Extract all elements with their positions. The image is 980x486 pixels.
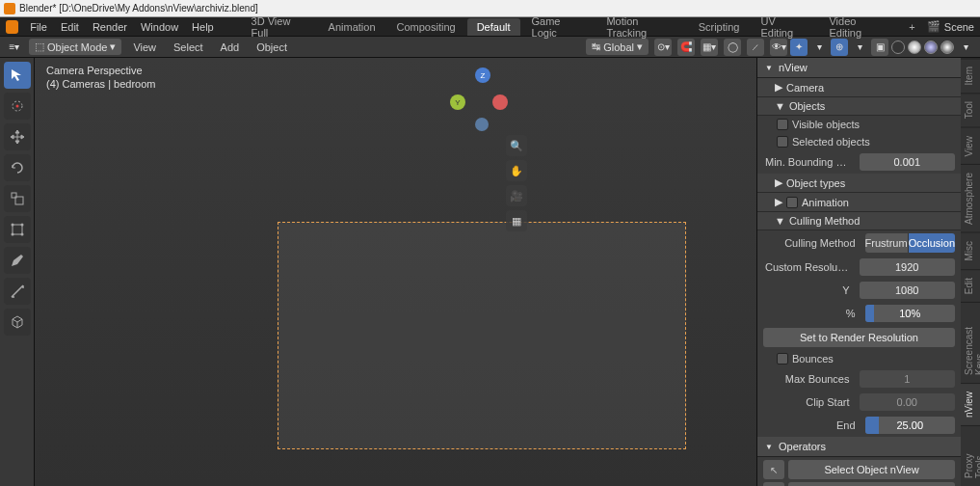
field-max-bounces[interactable]: 1: [860, 370, 956, 388]
field-res-x[interactable]: 1920: [860, 258, 956, 276]
btn-set-render-res[interactable]: Set to Render Resolution: [763, 328, 955, 347]
top-menubar: File Edit Render Window Help 3D View Ful…: [0, 17, 980, 37]
header-object[interactable]: Object: [251, 40, 293, 55]
section-object-types[interactable]: ▶Object types: [757, 174, 961, 193]
tool-add-cube[interactable]: [4, 309, 31, 336]
overlays-options-icon[interactable]: ▾: [851, 39, 868, 56]
object-visibility-icon[interactable]: 👁▾: [770, 39, 787, 56]
field-res-y[interactable]: 1080: [860, 282, 956, 299]
window-title: Blender* [D:\OneDrive\My Addons\nView\ar…: [19, 3, 258, 14]
shading-matprev-icon[interactable]: [924, 40, 938, 54]
tool-measure[interactable]: [4, 278, 31, 305]
axis-x-icon[interactable]: [492, 94, 508, 110]
seg-occlusion[interactable]: Occlusion: [909, 233, 955, 253]
workspace-animation[interactable]: Animation: [319, 18, 385, 36]
zoom-icon[interactable]: 🔍: [506, 135, 527, 156]
section-objects[interactable]: ▼Objects: [757, 97, 961, 116]
workspace-add[interactable]: +: [899, 18, 924, 36]
shading-rendered-icon[interactable]: [940, 40, 954, 54]
panel-nview-header[interactable]: ▼nView: [757, 58, 961, 78]
shading-options-icon[interactable]: ▾: [957, 39, 974, 56]
svg-point-5: [11, 224, 13, 227]
vtab-edit[interactable]: Edit: [961, 269, 980, 302]
vtab-tool[interactable]: Tool: [961, 93, 980, 126]
workspace-gamelogic[interactable]: Game Logic: [522, 13, 596, 41]
menu-render[interactable]: Render: [87, 19, 133, 35]
tool-select-box[interactable]: [4, 62, 31, 89]
btn-set-object-nview[interactable]: Set Object nView: [788, 482, 955, 486]
proportional-edit-icon[interactable]: ◯: [724, 39, 741, 56]
tool-rotate[interactable]: [4, 154, 31, 181]
svg-point-8: [20, 233, 23, 236]
tool-move[interactable]: [4, 123, 31, 150]
section-animation[interactable]: ▶Animation: [757, 193, 961, 212]
section-operators[interactable]: ▼Operators: [757, 437, 961, 457]
vtab-view[interactable]: View: [961, 127, 980, 165]
workspace-default[interactable]: Default: [467, 18, 520, 36]
svg-point-7: [11, 233, 13, 236]
section-culling-method[interactable]: ▼Culling Method: [757, 212, 961, 230]
vtab-screencast[interactable]: Screencast Keys: [961, 302, 980, 383]
menu-file[interactable]: File: [24, 19, 53, 35]
menu-help[interactable]: Help: [186, 19, 220, 35]
header-view[interactable]: View: [127, 40, 162, 55]
checkbox-visible-objects[interactable]: [777, 119, 788, 130]
slider-clip-end[interactable]: 25.00: [865, 417, 956, 434]
mode-dropdown[interactable]: ⬚ Object Mode ▾: [29, 39, 121, 55]
viewport-perspective-label: Camera Perspective: [46, 64, 156, 77]
scene-label[interactable]: Scene: [944, 21, 974, 33]
menu-edit[interactable]: Edit: [55, 19, 85, 35]
section-camera[interactable]: ▶Camera: [757, 78, 961, 97]
tool-transform[interactable]: [4, 216, 31, 243]
checkbox-bounces[interactable]: [777, 353, 788, 364]
gizmo-toggle-icon[interactable]: ✦: [790, 39, 808, 56]
checkbox-animation[interactable]: [786, 197, 798, 208]
workspace-scripting[interactable]: Scripting: [689, 18, 750, 36]
shading-wireframe-icon[interactable]: [891, 40, 905, 54]
snap-icon[interactable]: 🧲: [677, 39, 695, 56]
axis-y-icon[interactable]: Y: [450, 94, 465, 110]
workspace-compositing[interactable]: Compositing: [387, 18, 465, 36]
workspace-motiontracking[interactable]: Motion Tracking: [596, 13, 686, 41]
seg-frustrum[interactable]: Frustrum: [865, 233, 909, 253]
orientation-dropdown[interactable]: ↹ Global ▾: [586, 39, 649, 55]
menu-window[interactable]: Window: [135, 19, 184, 35]
pan-icon[interactable]: ✋: [506, 160, 527, 181]
vtab-item[interactable]: Item: [961, 58, 980, 93]
snap-options-icon[interactable]: ▦▾: [701, 39, 718, 56]
svg-point-1: [15, 105, 18, 108]
perspective-toggle-icon[interactable]: ▦: [506, 210, 527, 231]
op2-icon[interactable]: 👁: [763, 482, 784, 486]
camera-view-icon[interactable]: 🎥: [506, 185, 527, 206]
axis-z-icon[interactable]: Z: [475, 68, 490, 83]
tool-cursor[interactable]: [4, 93, 31, 120]
slider-res-percent[interactable]: 10%: [865, 305, 956, 322]
field-min-bounding[interactable]: 0.001: [860, 153, 956, 171]
btn-select-object-nview[interactable]: Select Object nView: [788, 460, 955, 479]
vtab-nview[interactable]: nView: [961, 383, 980, 425]
vtab-misc[interactable]: Misc: [961, 232, 980, 269]
editor-type-icon[interactable]: ≡▾: [6, 39, 23, 56]
tool-scale[interactable]: [4, 185, 31, 212]
xray-icon[interactable]: ▣: [871, 39, 888, 56]
vtab-proxy[interactable]: Proxy Tools: [961, 425, 980, 486]
shading-solid-icon[interactable]: [908, 40, 921, 54]
checkbox-selected-objects[interactable]: [777, 136, 788, 148]
nav-gizmo[interactable]: Z Y: [446, 68, 514, 135]
workspace-3dviewfull[interactable]: 3D View Full: [242, 13, 317, 41]
gizmo-options-icon[interactable]: ▾: [810, 39, 828, 56]
field-clip-start[interactable]: 0.00: [860, 393, 956, 411]
op1-icon[interactable]: ↖: [763, 460, 784, 479]
workspace-videoediting[interactable]: Video Editing: [819, 13, 897, 41]
header-add[interactable]: Add: [215, 40, 246, 55]
pivot-icon[interactable]: ⊙▾: [654, 39, 672, 56]
vtab-atmosphere[interactable]: Atmosphere: [961, 164, 980, 232]
overlays-toggle-icon[interactable]: ⊕: [831, 39, 848, 56]
scene-icon: 🎬: [927, 20, 940, 33]
workspace-uvediting[interactable]: UV Editing: [751, 13, 817, 41]
3d-viewport[interactable]: Camera Perspective (4) Cameras | bedroom…: [35, 58, 756, 486]
tool-annotate[interactable]: [4, 247, 31, 274]
axis-neg-z-icon[interactable]: [475, 118, 489, 131]
curve-icon[interactable]: ⟋: [747, 39, 764, 56]
header-select[interactable]: Select: [168, 40, 209, 55]
